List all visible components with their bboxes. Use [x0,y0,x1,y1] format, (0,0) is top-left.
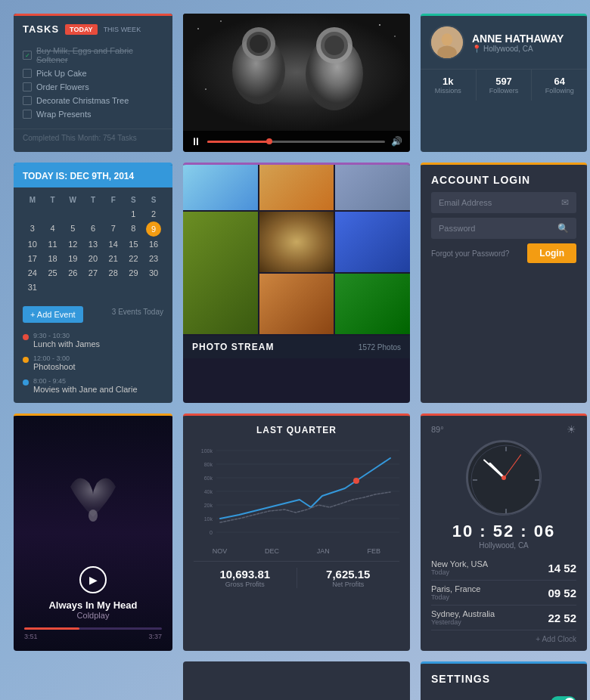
cal-day[interactable]: 16 [144,237,163,251]
tz-day: Yesterday [431,618,495,626]
cal-day[interactable]: 22 [124,252,144,265]
cal-day[interactable]: 28 [104,266,123,280]
cal-dow: T [43,194,63,206]
music-progress-bar[interactable] [24,627,162,630]
settings-card: SETTINGS Email Notifications Automatic S… [421,661,587,700]
cal-day[interactable]: 2 [144,207,163,221]
email-notifications-toggle[interactable] [551,696,576,700]
password-input[interactable] [439,224,557,233]
calendar-grid: M T W T F S S 1 2 3 4 5 6 7 8 9 10 11 12… [23,194,163,294]
cal-day[interactable]: 5 [63,221,82,237]
task-checkbox[interactable] [23,110,32,119]
forgot-password-link[interactable]: Forgot your Password? [431,249,509,258]
profile-card: ANNE HATHAWAY 📍 Hollywood, CA 1k Mission… [421,14,587,152]
cal-day[interactable]: 12 [63,237,82,251]
profile-stat-following: 64 Following [532,70,587,101]
task-checkbox[interactable] [23,82,32,91]
cal-day[interactable]: 1 [124,207,144,221]
task-item[interactable]: Pick Up Cake [23,67,163,80]
photo-cell[interactable] [183,165,258,210]
badge-today: TODAY [65,24,98,35]
video-progress-bar[interactable] [207,141,385,143]
music-play-button[interactable]: ▶ [79,566,107,593]
cal-day[interactable]: 7 [104,221,123,237]
task-checkbox[interactable] [23,69,32,78]
task-checkbox[interactable] [23,96,32,105]
photo-cell[interactable] [259,165,334,210]
svg-point-12 [394,36,396,37]
cal-day [63,207,82,221]
tz-info: Sydney, Australia Yesterday [431,609,495,626]
clock-temperature: 89° [431,425,444,434]
profile-info: ANNE HATHAWAY 📍 Hollywood, CA [472,33,564,53]
cal-day[interactable]: 14 [104,237,123,251]
photo-cell[interactable] [183,212,258,334]
cal-day-today[interactable]: 9 [146,221,161,237]
music-progress-fill [24,627,79,630]
task-item[interactable]: Order Flowers [23,80,163,94]
photo-cell[interactable] [259,212,334,272]
events-today-count: 3 Events Today [112,308,163,316]
chart-title: LAST QUARTER [194,425,399,435]
profile-name: ANNE HATHAWAY [472,33,564,45]
cal-day[interactable]: 4 [43,221,63,237]
cal-day[interactable]: 15 [124,237,144,251]
cal-day[interactable]: 23 [144,252,163,265]
clock-center [502,475,506,480]
task-item[interactable]: Wrap Presents [23,107,163,121]
svg-point-10 [220,20,222,22]
volume-button[interactable]: 🔊 [391,136,402,147]
pause-button[interactable]: ⏸ [191,135,201,147]
svg-point-13 [205,88,206,90]
cal-day[interactable]: 8 [124,221,144,237]
add-event-button[interactable]: + Add Event [23,306,83,323]
cal-day[interactable]: 27 [83,266,103,280]
stat-value: 1k [424,76,473,87]
photo-cell[interactable] [335,165,410,210]
video-thumbnail [183,14,410,131]
clock-digital-time: 10 : 52 : 06 [431,522,576,541]
cal-day[interactable]: 18 [43,252,63,265]
avatar [430,25,464,60]
cal-day[interactable]: 29 [124,266,144,280]
tz-time: 09 52 [548,587,576,599]
add-clock-button[interactable]: + Add Clock [431,630,576,643]
net-profit-stat: 7,625.15 Net Profits [297,568,400,588]
cal-day[interactable]: 21 [104,252,123,265]
cal-day[interactable]: 10 [23,237,42,251]
cal-dow: S [124,194,144,206]
cal-day[interactable]: 30 [144,266,163,280]
cal-day[interactable]: 20 [83,252,103,265]
svg-text:0: 0 [210,530,213,535]
login-title: ACCOUNT LOGIN [421,165,587,192]
cal-day[interactable]: 3 [23,221,42,237]
cal-day[interactable]: 24 [23,266,42,280]
task-item[interactable]: ✓ Buy Milk, Eggs and Fabric Softener [23,44,163,67]
tasks-title: TASKS [23,23,59,35]
cal-day[interactable]: 19 [63,252,82,265]
svg-point-33 [471,445,541,515]
music-artist: Coldplay [77,611,110,620]
svg-text:80k: 80k [204,462,213,467]
login-button[interactable]: Login [527,243,576,263]
cal-day[interactable]: 13 [83,237,103,251]
photo-cell[interactable] [335,274,410,334]
task-item[interactable]: Decorate Christmas Tree [23,94,163,107]
cal-day[interactable]: 17 [23,252,42,265]
event-name: Movies with Jane and Clarie [33,385,138,394]
chart-labels: NOV DEC JAN FEB [194,547,399,555]
photo-count: 1572 Photos [359,343,401,352]
photo-cell[interactable] [259,274,334,334]
photo-cell[interactable] [335,212,410,272]
cal-day[interactable]: 6 [83,221,103,237]
calendar-add-row: + Add Event 3 Events Today [23,300,163,323]
task-label: Order Flowers [36,82,89,91]
email-input[interactable] [439,198,561,207]
cal-day[interactable]: 11 [43,237,63,251]
task-checkbox[interactable]: ✓ [23,51,32,60]
event-time: 8:00 - 9:45 [33,377,138,385]
cal-day[interactable]: 25 [43,266,63,280]
badge-week: THIS WEEK [104,26,141,33]
cal-day[interactable]: 26 [63,266,82,280]
cal-day[interactable]: 31 [23,280,42,294]
